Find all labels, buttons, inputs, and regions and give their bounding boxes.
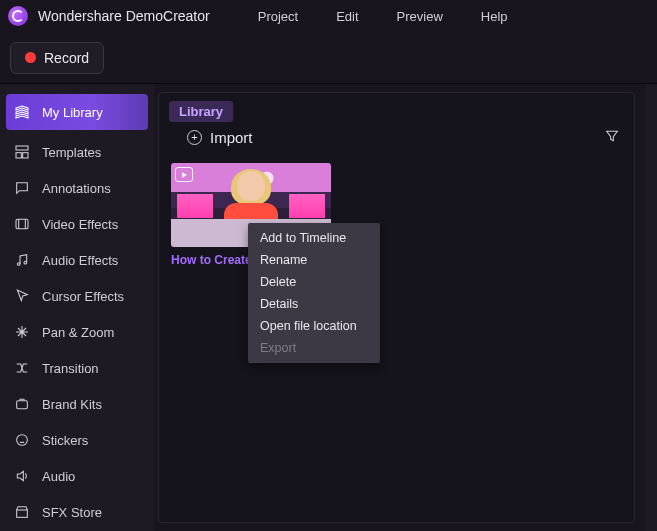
import-label: Import <box>210 129 253 146</box>
sfx-store-icon <box>14 504 30 520</box>
sidebar-item-annotations[interactable]: Annotations <box>0 170 154 206</box>
library-icon <box>14 104 30 120</box>
templates-icon <box>14 144 30 160</box>
video-badge-icon <box>175 167 193 182</box>
sidebar-item-label: Video Effects <box>42 217 118 232</box>
svg-rect-2 <box>23 153 28 158</box>
sidebar-item-templates[interactable]: Templates <box>0 134 154 170</box>
app-title: Wondershare DemoCreator <box>38 8 210 24</box>
menu-items: Project Edit Preview Help <box>258 9 508 24</box>
sidebar-item-label: Stickers <box>42 433 88 448</box>
filter-icon[interactable] <box>604 128 620 147</box>
right-gutter <box>645 84 657 531</box>
sidebar-item-audio-effects[interactable]: Audio Effects <box>0 242 154 278</box>
menu-preview[interactable]: Preview <box>397 9 443 24</box>
svg-rect-6 <box>17 401 28 409</box>
stickers-icon <box>14 432 30 448</box>
sidebar-item-label: Pan & Zoom <box>42 325 114 340</box>
ctx-delete[interactable]: Delete <box>248 271 380 293</box>
ctx-export: Export <box>248 337 380 359</box>
media-clip-title: How to Create <box>171 253 256 267</box>
sidebar-item-label: Annotations <box>42 181 111 196</box>
import-button[interactable]: + Import <box>187 129 253 146</box>
menu-edit[interactable]: Edit <box>336 9 358 24</box>
ctx-rename[interactable]: Rename <box>248 249 380 271</box>
menu-bar: Wondershare DemoCreator Project Edit Pre… <box>0 0 657 32</box>
panel-tabs: Library <box>159 93 634 122</box>
record-button-label: Record <box>44 50 89 66</box>
sidebar-item-audio[interactable]: Audio <box>0 458 154 494</box>
menu-project[interactable]: Project <box>258 9 298 24</box>
library-panel: Library + Import How to Create <box>158 92 635 523</box>
sidebar-item-my-library[interactable]: My Library <box>6 94 148 130</box>
annotations-icon <box>14 180 30 196</box>
ctx-details[interactable]: Details <box>248 293 380 315</box>
record-dot-icon <box>25 52 36 63</box>
pan-zoom-icon <box>14 324 30 340</box>
record-button[interactable]: Record <box>10 42 104 74</box>
sidebar-item-video-effects[interactable]: Video Effects <box>0 206 154 242</box>
toolbar: Record <box>0 32 657 84</box>
audio-icon <box>14 468 30 484</box>
sidebar-item-label: Transition <box>42 361 99 376</box>
context-menu: Add to Timeline Rename Delete Details Op… <box>248 223 380 363</box>
sidebar-item-label: Audio Effects <box>42 253 118 268</box>
sidebar-item-label: Audio <box>42 469 75 484</box>
svg-point-5 <box>24 261 27 264</box>
sidebar-item-label: My Library <box>42 105 103 120</box>
sidebar: My Library Templates Annotations Video E… <box>0 84 154 531</box>
menu-help[interactable]: Help <box>481 9 508 24</box>
import-row: + Import <box>159 122 634 155</box>
ctx-add-to-timeline[interactable]: Add to Timeline <box>248 227 380 249</box>
sidebar-item-label: Cursor Effects <box>42 289 124 304</box>
svg-rect-3 <box>16 219 28 228</box>
sidebar-item-sfx-store[interactable]: SFX Store <box>0 494 154 530</box>
brand-kits-icon <box>14 396 30 412</box>
cursor-effects-icon <box>14 288 30 304</box>
sidebar-item-label: Brand Kits <box>42 397 102 412</box>
svg-rect-1 <box>16 153 21 158</box>
sidebar-item-label: SFX Store <box>42 505 102 520</box>
svg-point-7 <box>17 435 28 446</box>
sidebar-item-cursor-effects[interactable]: Cursor Effects <box>0 278 154 314</box>
tab-library[interactable]: Library <box>169 101 233 122</box>
media-grid: How to Create Add to Timeline Rename Del… <box>159 155 634 275</box>
sidebar-item-transition[interactable]: Transition <box>0 350 154 386</box>
app-logo-icon <box>8 6 28 26</box>
main-split: My Library Templates Annotations Video E… <box>0 84 657 531</box>
sidebar-item-brand-kits[interactable]: Brand Kits <box>0 386 154 422</box>
audio-effects-icon <box>14 252 30 268</box>
sidebar-item-label: Templates <box>42 145 101 160</box>
plus-circle-icon: + <box>187 130 202 145</box>
transition-icon <box>14 360 30 376</box>
sidebar-item-pan-zoom[interactable]: Pan & Zoom <box>0 314 154 350</box>
sidebar-item-stickers[interactable]: Stickers <box>0 422 154 458</box>
video-effects-icon <box>14 216 30 232</box>
svg-rect-0 <box>16 146 28 150</box>
ctx-open-file-location[interactable]: Open file location <box>248 315 380 337</box>
svg-point-4 <box>17 263 20 266</box>
svg-rect-8 <box>17 510 28 517</box>
